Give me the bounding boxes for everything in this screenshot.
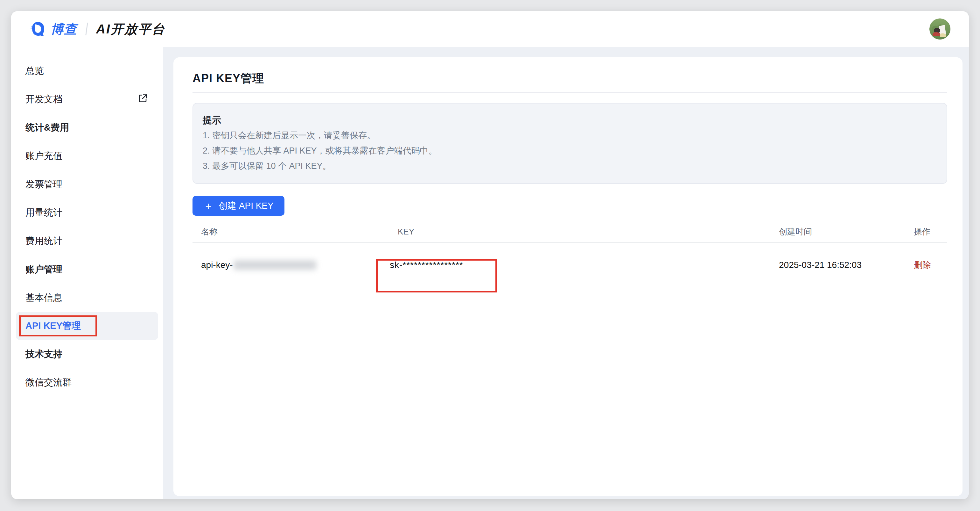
sidebar-item-label: 费用统计 [25,235,62,248]
sidebar-item-usage-stats[interactable]: 用量统计 [11,198,163,227]
brand-logo[interactable]: 博查 AI开放平台 [30,21,165,38]
sidebar-item-label: 开发文档 [25,93,62,106]
create-api-key-button[interactable]: ＋ 创建 API KEY [192,196,285,216]
sidebar-item-label: 账户管理 [25,263,62,276]
column-header-name: 名称 [192,226,398,237]
page-title: API KEY管理 [192,70,947,87]
sidebar-item-api-key-management[interactable]: API KEY管理 [16,312,158,340]
masked-api-key: sk-**************** [390,260,463,270]
api-key-name-cell: api-key- [192,260,398,270]
platform-title: AI开放平台 [96,21,165,38]
api-key-table: 名称KEY创建时间操作 api-key-sk-****************2… [192,221,947,287]
external-link-icon[interactable] [138,93,148,105]
sidebar-item-overview[interactable]: 总览 [11,57,163,85]
api-key-value-cell: sk-**************** [398,260,779,270]
sidebar-item-wechat-group[interactable]: 微信交流群 [11,368,163,397]
tips-line: 3. 最多可以保留 10 个 API KEY。 [203,158,936,174]
sidebar-item-label: 账户充值 [25,150,62,163]
tips-title: 提示 [203,112,936,128]
user-avatar[interactable] [929,19,950,40]
table-row: api-key-sk-****************2025-03-21 16… [192,243,947,287]
sidebar-item-label: 技术支持 [25,348,62,361]
brand-name: 博查 [51,21,77,38]
column-header-key: KEY [398,227,779,237]
app-window: 博查 AI开放平台 [11,11,969,499]
column-header-created-at: 创建时间 [779,226,914,237]
tips-box: 提示 1. 密钥只会在新建后显示一次，请妥善保存。2. 请不要与他人共享 API… [192,103,947,184]
created-at-cell: 2025-03-21 16:52:03 [779,260,914,270]
top-header: 博查 AI开放平台 [11,11,969,47]
content-card: API KEY管理 提示 1. 密钥只会在新建后显示一次，请妥善保存。2. 请不… [173,57,963,496]
sidebar-item-label: 发票管理 [25,178,62,191]
brand-divider [85,22,88,35]
sidebar-item-label: 微信交流群 [25,376,72,389]
sidebar-item-invoice-management[interactable]: 发票管理 [11,170,163,198]
sidebar-item-label: 总览 [25,65,44,77]
table-header-row: 名称KEY创建时间操作 [192,221,947,243]
sidebar-item-tech-support: 技术支持 [11,340,163,368]
sidebar-item-stats-fees: 统计&费用 [11,113,163,142]
sidebar: 总览开发文档统计&费用账户充值发票管理用量统计费用统计账户管理基本信息API K… [11,47,163,499]
tips-line: 1. 密钥只会在新建后显示一次，请妥善保存。 [203,128,936,143]
sidebar-item-dev-docs[interactable]: 开发文档 [11,85,163,113]
api-key-name-prefix: api-key- [201,260,233,270]
sidebar-item-cost-stats[interactable]: 费用统计 [11,227,163,255]
sidebar-item-basic-info[interactable]: 基本信息 [11,284,163,312]
bocha-logo-icon [30,21,46,37]
main-area: API KEY管理 提示 1. 密钥只会在新建后显示一次，请妥善保存。2. 请不… [163,47,969,499]
sidebar-item-label: API KEY管理 [25,319,81,332]
sidebar-item-label: 用量统计 [25,206,62,219]
delete-link[interactable]: 删除 [914,260,931,270]
actions-cell: 删除 [914,259,946,271]
column-header-actions: 操作 [914,226,946,237]
sidebar-item-account-management: 账户管理 [11,255,163,284]
sidebar-item-label: 统计&费用 [25,121,69,134]
plus-icon: ＋ [203,201,213,211]
redacted-name-blur [234,260,316,270]
tips-line: 2. 请不要与他人共享 API KEY，或将其暴露在客户端代码中。 [203,143,936,158]
sidebar-item-account-recharge[interactable]: 账户充值 [11,142,163,170]
sidebar-item-label: 基本信息 [25,292,62,304]
create-api-key-label: 创建 API KEY [219,200,274,212]
